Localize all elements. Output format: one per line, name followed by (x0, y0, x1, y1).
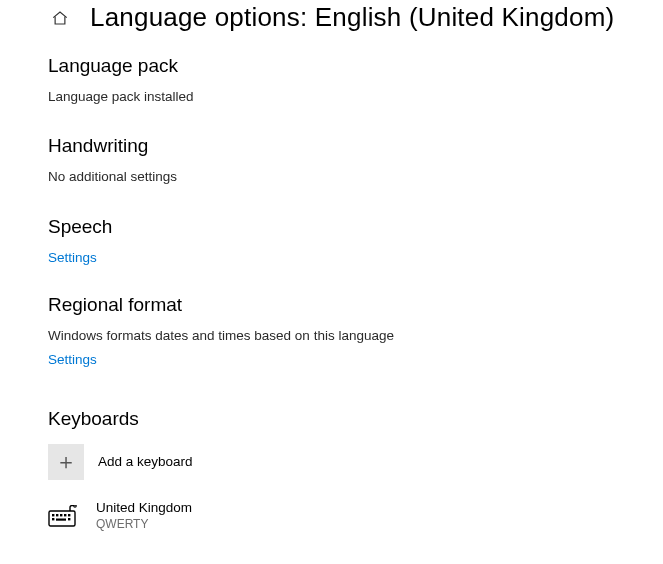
plus-icon: ＋ (55, 451, 77, 473)
keyboard-icon (48, 505, 82, 527)
handwriting-body: No additional settings (48, 167, 615, 187)
keyboards-heading: Keyboards (48, 408, 615, 430)
speech-settings-link[interactable]: Settings (48, 250, 97, 265)
section-language-pack: Language pack Language pack installed (48, 55, 615, 107)
section-speech: Speech Settings (48, 216, 615, 266)
keyboard-name: United Kingdom (96, 500, 192, 517)
page-title: Language options: English (United Kingdo… (90, 2, 614, 33)
language-pack-body: Language pack installed (48, 87, 615, 107)
svg-rect-6 (52, 518, 54, 520)
svg-rect-7 (68, 518, 70, 520)
handwriting-heading: Handwriting (48, 135, 615, 157)
regional-heading: Regional format (48, 294, 615, 316)
svg-rect-2 (56, 514, 58, 516)
section-handwriting: Handwriting No additional settings (48, 135, 615, 187)
regional-settings-link[interactable]: Settings (48, 352, 97, 367)
language-pack-heading: Language pack (48, 55, 615, 77)
svg-point-9 (74, 505, 76, 507)
keyboard-layout: QWERTY (96, 517, 192, 532)
speech-heading: Speech (48, 216, 615, 238)
section-regional-format: Regional format Windows formats dates an… (48, 294, 615, 368)
svg-rect-4 (64, 514, 66, 516)
keyboard-item[interactable]: United Kingdom QWERTY (48, 500, 615, 532)
svg-rect-5 (68, 514, 70, 516)
add-keyboard-label: Add a keyboard (98, 454, 193, 469)
add-keyboard-button[interactable]: ＋ (48, 444, 84, 480)
svg-rect-1 (52, 514, 54, 516)
add-keyboard-row[interactable]: ＋ Add a keyboard (48, 444, 615, 480)
home-icon (51, 9, 69, 27)
regional-body: Windows formats dates and times based on… (48, 326, 615, 346)
home-button[interactable] (48, 6, 72, 30)
svg-rect-8 (56, 518, 66, 520)
svg-rect-3 (60, 514, 62, 516)
section-keyboards: Keyboards ＋ Add a keyboard (48, 408, 615, 532)
